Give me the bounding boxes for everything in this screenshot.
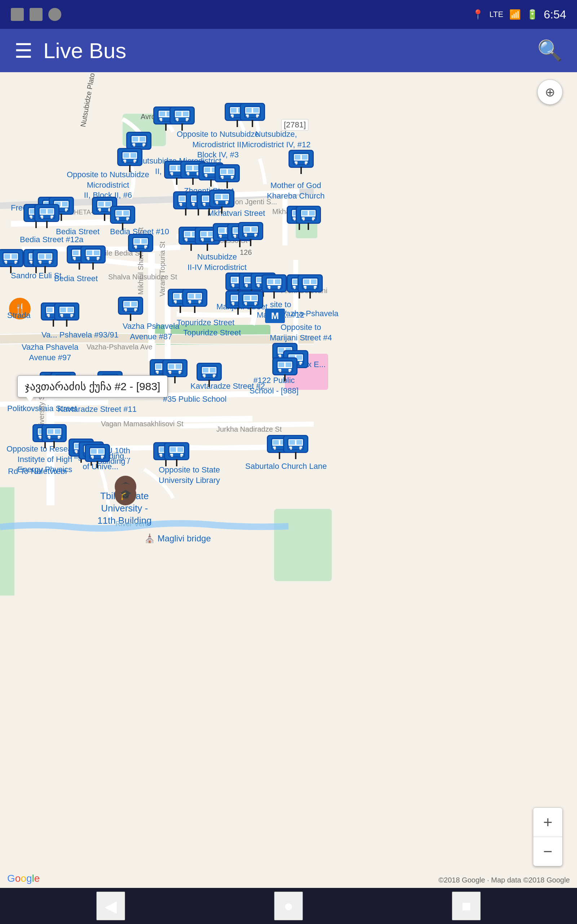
svg-rect-5	[274, 509, 332, 581]
poi-tsu2[interactable]: 🎓	[115, 484, 136, 505]
bus-stop-41[interactable]	[182, 289, 207, 307]
svg-rect-74	[205, 168, 210, 172]
svg-rect-171	[222, 195, 228, 199]
bus-stop-14[interactable]	[34, 204, 60, 222]
lte-icon: LTE	[489, 10, 503, 19]
bus-stop-62[interactable]	[164, 442, 189, 460]
map-container[interactable]: Nutsubidze Plato S... Avro V... Opposite…	[0, 72, 577, 888]
label-vazha-ave: Vazha-Pshavela Ave	[87, 343, 153, 351]
bus-stop-52[interactable]	[272, 357, 298, 375]
bus-stop-9[interactable]	[214, 164, 240, 182]
bus-stop-64[interactable]	[283, 435, 308, 453]
svg-rect-370	[47, 307, 53, 312]
svg-point-423	[213, 375, 215, 378]
bus-stop-44[interactable]	[118, 297, 143, 315]
bus-stop-51[interactable]	[197, 363, 222, 381]
zoom-in-button[interactable]: +	[533, 808, 562, 837]
bus-stop-5[interactable]	[117, 148, 142, 166]
svg-point-495	[101, 457, 103, 459]
status-icon-b	[29, 8, 43, 21]
bus-stop-50[interactable]	[162, 359, 187, 377]
svg-rect-507	[177, 447, 183, 452]
bus-stop-28[interactable]	[238, 222, 263, 240]
g-blue2: g	[26, 873, 32, 884]
label-bedia12a: Bedia Street #12a	[20, 234, 83, 245]
zoom-out-button[interactable]: −	[533, 837, 562, 866]
bus-stop-16[interactable]	[110, 206, 135, 224]
bus-stop-37[interactable]	[261, 274, 287, 292]
svg-rect-363	[131, 302, 137, 307]
bus-stop-icon	[296, 206, 321, 224]
svg-point-278	[87, 258, 89, 260]
svg-rect-186	[302, 211, 308, 215]
svg-point-471	[58, 437, 60, 439]
bus-stop-icon	[261, 274, 287, 292]
svg-point-190	[303, 218, 305, 221]
label-bedia: Bedia Street	[56, 227, 100, 237]
bus-stop-icon	[240, 103, 265, 121]
bus-stop-10[interactable]	[288, 150, 314, 168]
bus-icon-svg	[58, 305, 76, 318]
svg-rect-91	[302, 155, 308, 160]
bus-stop-4[interactable]	[126, 132, 152, 150]
bus-icon-svg	[301, 277, 319, 290]
bus-stop-39[interactable]	[298, 274, 323, 292]
bus-stop-60[interactable]	[85, 444, 110, 462]
bus-stop-23[interactable]	[128, 234, 153, 252]
svg-rect-266	[73, 250, 79, 255]
svg-point-311	[278, 287, 280, 289]
status-icon-c	[48, 8, 61, 21]
svg-rect-410	[168, 364, 174, 369]
svg-rect-346	[232, 296, 237, 300]
nav-recents-button[interactable]: ■	[452, 892, 481, 921]
bus-stop-1[interactable]	[169, 107, 195, 124]
svg-point-527	[299, 447, 301, 450]
svg-rect-83	[228, 169, 234, 174]
bus-icon-svg	[114, 208, 131, 221]
poi-metro[interactable]: M	[265, 309, 285, 323]
svg-rect-51	[131, 153, 136, 158]
svg-rect-139	[123, 211, 129, 215]
search-button[interactable]: 🔍	[537, 39, 562, 63]
label-rd-nafetvrebi: Rd To Nafetvrebi	[8, 466, 67, 477]
bus-stop-icon	[85, 444, 110, 462]
svg-point-318	[293, 287, 296, 289]
bus-stop-29[interactable]	[0, 249, 23, 267]
bus-icon-svg	[2, 252, 19, 265]
svg-point-175	[226, 202, 227, 204]
bus-icon-svg	[122, 299, 139, 312]
label-politkovskaia: Politkovskaia Street	[7, 404, 77, 414]
bus-stop-31[interactable]	[32, 249, 58, 267]
compass-button[interactable]: ⊕	[537, 79, 562, 105]
svg-rect-322	[304, 279, 309, 284]
menu-button[interactable]: ☰	[15, 39, 32, 63]
label-mother-god: Mother of GodKhareba Church	[267, 181, 324, 201]
svg-point-342	[189, 301, 191, 304]
svg-rect-122	[40, 209, 46, 214]
bus-stop-icon	[0, 249, 23, 267]
svg-point-383	[70, 315, 73, 317]
svg-point-518	[274, 447, 276, 450]
bus-stop-43[interactable]	[238, 291, 263, 309]
bus-stop-33[interactable]	[81, 246, 106, 263]
nav-home-button[interactable]: ●	[274, 892, 303, 921]
poi-strada[interactable]: 🍴	[9, 298, 31, 320]
bus-stop-20[interactable]	[209, 189, 234, 208]
bus-stop-57[interactable]	[42, 424, 67, 442]
bus-stop-3[interactable]	[240, 103, 265, 121]
svg-point-230	[234, 236, 236, 238]
svg-point-39	[256, 115, 258, 118]
svg-point-366	[125, 309, 127, 312]
bus-stop-46[interactable]	[54, 302, 79, 320]
restaurant-icon: 🍴	[14, 303, 26, 315]
bus-stop-22[interactable]	[296, 206, 321, 224]
label-opp-library: Opposite to StateUniversity Library	[159, 465, 220, 485]
g-blue: G	[7, 873, 15, 884]
svg-point-206	[185, 239, 187, 241]
svg-rect-43	[140, 137, 145, 142]
svg-point-46	[133, 144, 135, 147]
nav-back-button[interactable]: ◀	[96, 892, 125, 921]
svg-point-431	[288, 370, 291, 372]
svg-rect-50	[123, 153, 129, 158]
svg-rect-107	[62, 202, 68, 207]
